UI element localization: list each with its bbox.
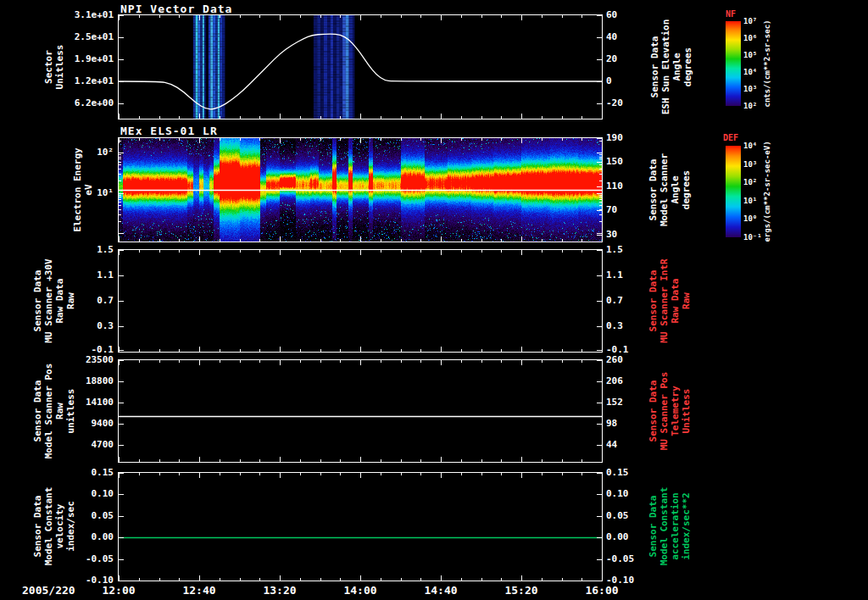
- y-tick-label: 23500: [46, 354, 114, 366]
- y-tick-label: 0.15: [46, 467, 114, 479]
- time-tick-label: 14:00: [343, 584, 376, 597]
- time-tick-label: 12:40: [182, 584, 215, 597]
- colorbar-tick-label: 10⁴: [743, 142, 757, 150]
- y-tick-label: 0.10: [606, 488, 659, 500]
- colorbar-tick-label: 10⁰: [743, 214, 757, 223]
- y-tick-label: 0.05: [606, 510, 659, 522]
- y-tick-label: 9400: [46, 418, 114, 430]
- colorbar-tick-label: 10⁷: [743, 17, 757, 25]
- colorbar-tick-label: 10⁻¹: [743, 233, 762, 242]
- y-tick-label: -0.05: [606, 553, 659, 565]
- y-tick-label: 0.00: [46, 531, 114, 543]
- def-colorbar-label: DEF: [723, 133, 738, 142]
- y-tick-label: 1.2e+01: [46, 75, 114, 87]
- y-tick-label: 0.3: [46, 320, 114, 332]
- y-tick-label: 20: [606, 53, 659, 65]
- y-tick-label: 260: [606, 354, 659, 366]
- def-colorbar: [726, 146, 741, 237]
- panel-model-constant-plot: [119, 473, 602, 581]
- y-tick-label: 1.5: [606, 244, 659, 256]
- y-tick-label: 70: [606, 204, 659, 216]
- y-tick-label: 0.7: [46, 295, 114, 307]
- model-constant-canvas: [119, 473, 602, 581]
- panel-els-title: MEx ELS-01 LR: [120, 125, 218, 137]
- y-tick-label: 1.1: [606, 269, 659, 281]
- y-tick-label: 4700: [46, 439, 114, 451]
- y-tick-label: 0.3: [606, 320, 659, 332]
- els-spectrogram-canvas: [119, 138, 602, 242]
- nf-colorbar-label: NF: [726, 9, 736, 19]
- panel-mu-scanner-plot: [119, 250, 602, 352]
- y-tick-label: 1.1: [46, 269, 114, 281]
- y-tick-label: 2.5e+01: [46, 31, 114, 43]
- y-tick-label: -0.05: [46, 553, 114, 565]
- y-tick-label: 0.10: [46, 488, 114, 500]
- y-tick-label: 14100: [46, 397, 114, 408]
- y-tick-label: 152: [606, 397, 659, 408]
- y-tick-label: 3.1e+01: [46, 9, 114, 21]
- y-tick-label: 0.00: [606, 531, 659, 543]
- panel-scanner-pos-plot: [119, 360, 602, 462]
- colorbar-tick-label: 10⁶: [743, 34, 757, 42]
- panel-npi-plot: [119, 15, 602, 119]
- y-tick-label: 60: [606, 9, 659, 21]
- y-tick-label: 1.5: [46, 244, 114, 256]
- scanner-pos-canvas: [119, 360, 602, 462]
- y-tick-label: 10¹: [46, 187, 114, 199]
- y-tick-label: 0.05: [46, 510, 114, 522]
- colorbar-tick-label: 10²: [743, 178, 757, 186]
- nf-colorbar: [726, 21, 741, 106]
- panel-npi-title: NPI Vector Data: [120, 3, 232, 15]
- y-tick-label: 190: [606, 132, 659, 144]
- colorbar-tick-label: 10¹: [743, 197, 757, 205]
- y-tick-label: 150: [606, 156, 659, 168]
- colorbar-tick-label: 10⁴: [743, 68, 757, 76]
- y-tick-label: 18800: [46, 375, 114, 387]
- npi-spectrogram-canvas: [119, 15, 602, 119]
- y-tick-label: 10²: [46, 147, 114, 158]
- def-colorbar-units: ergs/(cm**2-sr-sec-eV): [763, 141, 771, 242]
- quicklook-plot-page: NPI Vector Data MEx ELS-01 LR Sector Uni…: [0, 0, 868, 600]
- y-tick-label: 30: [606, 229, 659, 241]
- y-tick-label: -20: [606, 97, 659, 109]
- y-tick-label: 44: [606, 439, 659, 451]
- y-tick-label: 0.7: [606, 295, 659, 307]
- colorbar-tick-label: 10³: [743, 160, 757, 169]
- mu-scanner-canvas: [119, 250, 602, 352]
- y-tick-label: 0: [606, 75, 659, 87]
- panel-els-plot: [119, 138, 602, 242]
- colorbar-tick-label: 10³: [743, 85, 757, 93]
- y-tick-label: 110: [606, 181, 659, 192]
- y-tick-label: 1.9e+01: [46, 53, 114, 65]
- colorbar-tick-label: 10²: [743, 102, 757, 110]
- time-tick-label: 13:20: [263, 584, 296, 597]
- y-tick-label: 0.15: [606, 467, 659, 479]
- y-tick-label: -0.10: [46, 575, 114, 586]
- time-tick-label: 14:40: [424, 584, 457, 597]
- nf-colorbar-units: cnts/(cm**2-sr-sec): [763, 20, 771, 108]
- y-tick-label: 98: [606, 418, 659, 430]
- y-tick-label: 40: [606, 31, 659, 43]
- y-tick-label: 6.2e+00: [46, 97, 114, 109]
- colorbar-tick-label: 10⁵: [743, 51, 757, 59]
- time-tick-label: 15:20: [504, 584, 537, 597]
- y-tick-label: -0.10: [606, 575, 659, 586]
- y-tick-label: 206: [606, 375, 659, 387]
